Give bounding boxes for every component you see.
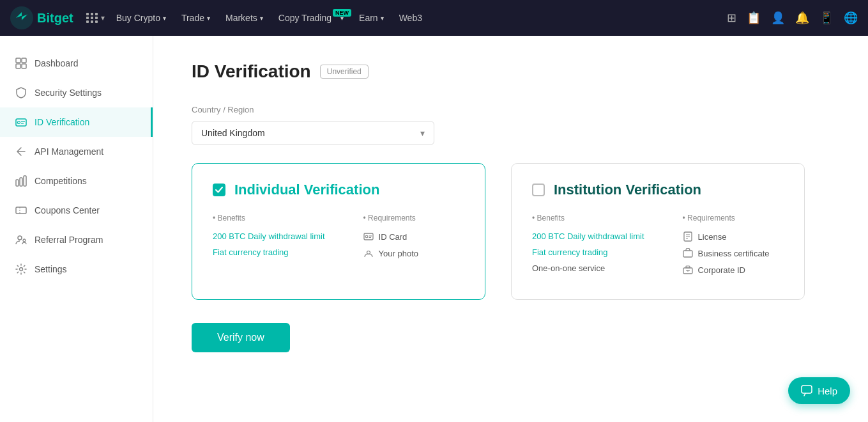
- chevron-icon: ▾: [260, 15, 263, 22]
- nav-web3[interactable]: Web3: [393, 9, 429, 27]
- new-badge: NEW: [333, 9, 351, 17]
- id-icon: [15, 116, 27, 128]
- country-select[interactable]: United Kingdom ▾: [192, 121, 434, 145]
- benefit-fiat: Fiat currency trading: [213, 247, 325, 257]
- sidebar-item-settings[interactable]: Settings: [0, 254, 153, 284]
- req-corporate-id: Corporate ID: [683, 265, 770, 275]
- institution-card-title: Institution Verification: [554, 182, 701, 198]
- sidebar-item-competitions[interactable]: Competitions: [0, 166, 153, 196]
- svg-rect-26: [683, 251, 692, 257]
- chevron-icon: ▾: [207, 15, 210, 22]
- country-label: Country / Region: [192, 105, 830, 114]
- country-value: United Kingdom: [201, 128, 265, 138]
- help-label: Help: [818, 386, 837, 396]
- verify-now-button[interactable]: Verify now: [192, 323, 290, 352]
- institution-requirements-col: Requirements License: [683, 214, 770, 281]
- individual-checkbox[interactable]: [213, 184, 225, 196]
- individual-card-title: Individual Verification: [234, 182, 379, 198]
- svg-point-18: [365, 235, 368, 238]
- nav-earn[interactable]: Earn ▾: [353, 9, 390, 27]
- user-icon[interactable]: 👤: [771, 11, 785, 25]
- nav-copy-trading[interactable]: Copy Trading NEW ▾: [272, 9, 350, 27]
- layout-icon[interactable]: ⊞: [727, 11, 736, 25]
- apps-chevron: ▾: [101, 13, 105, 22]
- dashboard-icon: [15, 58, 27, 69]
- nav-right: ⊞ 📋 👤 🔔 📱 🌐: [727, 11, 858, 25]
- document-icon[interactable]: 📋: [747, 11, 761, 25]
- nav-trade[interactable]: Trade ▾: [175, 9, 217, 27]
- coupon-icon: [15, 205, 27, 216]
- svg-rect-11: [24, 176, 26, 186]
- sidebar-item-referral[interactable]: Referral Program: [0, 225, 153, 254]
- svg-rect-31: [802, 386, 812, 393]
- nav-markets[interactable]: Markets ▾: [219, 9, 270, 27]
- mobile-icon[interactable]: 📱: [819, 11, 834, 25]
- svg-point-15: [23, 239, 26, 242]
- nav-menu: Buy Crypto ▾ Trade ▾ Markets ▾ Copy Trad…: [110, 9, 727, 27]
- status-badge: Unverified: [320, 65, 369, 79]
- svg-rect-28: [686, 266, 690, 268]
- sidebar-item-coupons[interactable]: Coupons Center: [0, 196, 153, 225]
- chevron-down-icon: ▾: [420, 128, 425, 138]
- institution-verification-card[interactable]: Institution Verification Benefits 200 BT…: [511, 163, 805, 300]
- institution-checkbox[interactable]: [532, 184, 545, 196]
- settings-icon: [15, 263, 27, 275]
- svg-rect-2: [22, 58, 26, 63]
- institution-benefits-col: Benefits 200 BTC Daily withdrawal limit …: [532, 214, 644, 281]
- sidebar-item-dashboard[interactable]: Dashboard: [0, 49, 153, 78]
- inst-benefit-withdrawal: 200 BTC Daily withdrawal limit: [532, 231, 644, 241]
- apps-menu[interactable]: ▾: [86, 13, 105, 23]
- logo-text: Bitget: [37, 11, 73, 26]
- individual-benefits-label: Benefits: [213, 214, 325, 223]
- individual-requirements-label: Requirements: [363, 214, 418, 223]
- req-photo: Your photo: [363, 248, 418, 258]
- check-icon: [215, 187, 223, 193]
- individual-verification-card[interactable]: Individual Verification Benefits 200 BTC…: [192, 163, 485, 300]
- license-icon: [683, 231, 693, 242]
- svg-rect-10: [20, 178, 22, 186]
- chat-icon: [801, 385, 812, 396]
- individual-benefits-col: Benefits 200 BTC Daily withdrawal limit …: [213, 214, 325, 265]
- inst-benefit-service: One-on-one service: [532, 263, 644, 273]
- navbar: Bitget ▾ Buy Crypto ▾ Trade ▾ Markets ▾ …: [0, 0, 868, 36]
- svg-point-16: [20, 268, 23, 271]
- main-content: ID Verification Unverified Country / Reg…: [153, 36, 868, 422]
- institution-card-cols: Benefits 200 BTC Daily withdrawal limit …: [532, 214, 784, 281]
- shield-icon: [15, 87, 27, 98]
- individual-card-header: Individual Verification: [213, 182, 464, 198]
- chevron-icon: ▾: [381, 15, 384, 22]
- svg-rect-3: [16, 64, 20, 68]
- svg-rect-1: [16, 58, 20, 63]
- institution-benefits-label: Benefits: [532, 214, 644, 223]
- sidebar-item-security[interactable]: Security Settings: [0, 78, 153, 107]
- business-icon: [683, 248, 693, 258]
- sidebar-item-id-verification[interactable]: ID Verification: [0, 107, 153, 137]
- language-icon[interactable]: 🌐: [844, 11, 858, 25]
- nav-buy-crypto[interactable]: Buy Crypto ▾: [110, 9, 172, 27]
- id-card-icon: [363, 231, 374, 242]
- grid-icon: [86, 13, 98, 23]
- sidebar: Dashboard Security Settings ID Verificat…: [0, 36, 153, 422]
- svg-rect-4: [22, 64, 26, 68]
- referral-icon: [15, 234, 27, 246]
- country-section: Country / Region United Kingdom ▾: [192, 105, 830, 145]
- req-id-card: ID Card: [363, 231, 418, 242]
- photo-icon: [363, 248, 374, 258]
- help-button[interactable]: Help: [788, 377, 850, 404]
- corporate-icon: [683, 265, 693, 275]
- page-title: ID Verification: [192, 61, 311, 82]
- sidebar-item-api[interactable]: API Management: [0, 137, 153, 166]
- svg-rect-12: [16, 207, 26, 214]
- svg-point-14: [18, 236, 22, 240]
- institution-card-header: Institution Verification: [532, 182, 784, 198]
- api-icon: [15, 146, 27, 157]
- competitions-icon: [15, 175, 27, 187]
- req-business-cert: Business certificate: [683, 248, 770, 258]
- page-header: ID Verification Unverified: [192, 61, 830, 82]
- chevron-icon: ▾: [163, 15, 166, 22]
- bell-icon[interactable]: 🔔: [795, 11, 809, 25]
- inst-benefit-fiat: Fiat currency trading: [532, 247, 644, 257]
- benefit-withdrawal: 200 BTC Daily withdrawal limit: [213, 231, 325, 241]
- req-license: License: [683, 231, 770, 242]
- logo[interactable]: Bitget: [10, 6, 73, 29]
